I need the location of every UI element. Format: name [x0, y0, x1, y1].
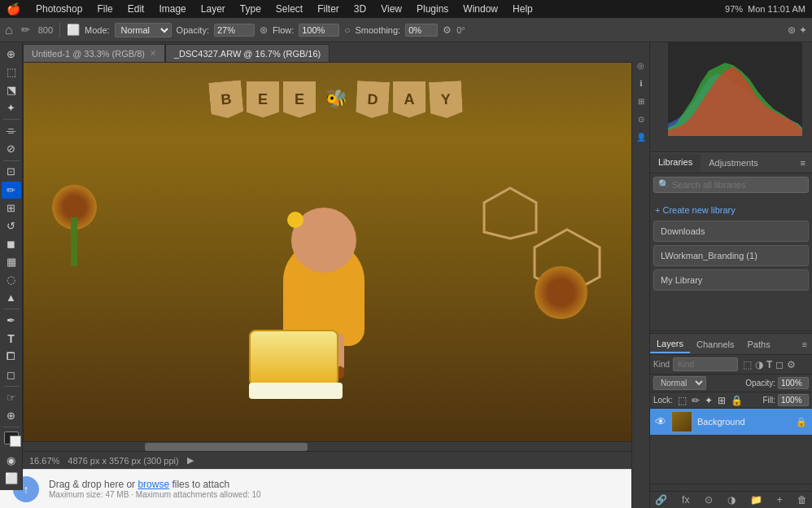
- filter-adj-icon[interactable]: ◑: [755, 359, 763, 370]
- fx-icon[interactable]: fx: [682, 494, 689, 506]
- size-value[interactable]: 800: [38, 25, 53, 35]
- history-brush-button[interactable]: ↺: [2, 217, 21, 234]
- tab-untitled[interactable]: Untitled-1 @ 33.3% (RGB/8) ✕: [23, 44, 165, 62]
- filter-shape-icon[interactable]: ◻: [775, 359, 784, 370]
- menu-window[interactable]: Window: [457, 2, 504, 16]
- library-item-downloads[interactable]: Downloads: [653, 221, 809, 242]
- menu-filter[interactable]: Filter: [312, 2, 345, 16]
- scrollbar-thumb[interactable]: [145, 443, 308, 451]
- flow-input[interactable]: [299, 24, 339, 37]
- menu-file[interactable]: File: [91, 2, 118, 16]
- panel-icon-libraries[interactable]: ⊞: [633, 93, 649, 109]
- mode-select[interactable]: Normal: [115, 23, 172, 37]
- type-tool-button[interactable]: T: [2, 330, 21, 347]
- menu-type[interactable]: Type: [234, 2, 267, 16]
- blend-mode-select[interactable]: Normal: [653, 376, 706, 390]
- lock-transparent-icon[interactable]: ⬚: [678, 395, 687, 406]
- library-item-my-library[interactable]: My Library: [653, 269, 809, 291]
- blur-tool-button[interactable]: ◌: [2, 271, 21, 288]
- create-new-library-button[interactable]: + Create new library: [653, 203, 809, 217]
- add-mask-icon[interactable]: ⊙: [705, 494, 713, 506]
- tab-dsc-label: _DSC4327.ARW @ 16.7% (RGB/16): [174, 49, 321, 59]
- healing-brush-button[interactable]: ⊡: [2, 163, 21, 180]
- lock-all-icon[interactable]: 🔒: [731, 395, 743, 406]
- menu-layer[interactable]: Layer: [195, 2, 231, 16]
- settings-icon[interactable]: ⚙: [443, 24, 452, 36]
- libraries-search-input[interactable]: [653, 177, 809, 193]
- eyedropper-button[interactable]: ⊘: [2, 140, 21, 157]
- new-layer-icon[interactable]: +: [777, 494, 783, 506]
- panel-icon-person[interactable]: 👤: [633, 129, 649, 145]
- lasso-tool-button[interactable]: ⬔: [2, 81, 21, 99]
- tab-untitled-close[interactable]: ✕: [150, 49, 156, 58]
- library-item-lworkman[interactable]: LWorkman_Branding (1): [653, 245, 809, 266]
- panel-icon-info[interactable]: ℹ: [633, 75, 649, 91]
- filter-pixel-icon[interactable]: ⬚: [743, 359, 752, 370]
- pressure-brush-icon[interactable]: ✦: [799, 24, 807, 36]
- hand-tool-button[interactable]: ☞: [2, 388, 21, 405]
- eraser-tool-button[interactable]: ◼: [2, 235, 21, 252]
- pressure-icon[interactable]: ⊛: [260, 24, 268, 36]
- opacity-input[interactable]: [214, 24, 255, 37]
- dodge-tool-button[interactable]: ▲: [2, 289, 21, 306]
- layers-panel-menu-icon[interactable]: ≡: [797, 336, 812, 353]
- lock-position-icon[interactable]: ✦: [705, 395, 713, 406]
- lock-artboard-icon[interactable]: ⊞: [718, 395, 726, 406]
- menu-edit[interactable]: Edit: [122, 2, 151, 16]
- layer-visibility-icon[interactable]: 👁: [655, 415, 666, 428]
- opacity-label: Opacity:: [177, 25, 209, 35]
- fill-input[interactable]: [778, 394, 809, 406]
- adjustment-layer-icon[interactable]: ◑: [727, 494, 736, 506]
- menu-help[interactable]: Help: [507, 2, 539, 16]
- quick-mask-button[interactable]: ◉: [2, 452, 21, 469]
- tab-paths[interactable]: Paths: [741, 336, 777, 353]
- pen-tool-button[interactable]: ✒: [2, 312, 21, 329]
- tab-dsc[interactable]: _DSC4327.ARW @ 16.7% (RGB/16): [165, 44, 330, 62]
- foreground-color-swatch[interactable]: [4, 431, 19, 444]
- scrollbar-track: [23, 442, 649, 451]
- libraries-menu-icon[interactable]: ≡: [794, 155, 812, 171]
- screen-mode-button[interactable]: ⬜: [2, 470, 21, 487]
- menu-select[interactable]: Select: [270, 2, 308, 16]
- canvas-scrollbar[interactable]: [23, 441, 649, 451]
- menu-image[interactable]: Image: [153, 2, 191, 16]
- menu-plugins[interactable]: Plugins: [411, 2, 454, 16]
- layer-background-row[interactable]: 👁 Background 🔒: [650, 409, 812, 435]
- smoothing-input[interactable]: [405, 24, 438, 37]
- filter-smart-icon[interactable]: ⚙: [787, 359, 796, 370]
- banner-e2: E: [283, 81, 316, 118]
- filter-type-icon[interactable]: T: [766, 359, 772, 370]
- selection-tool-button[interactable]: ⬚: [2, 64, 21, 81]
- canvas-area[interactable]: B E E 🐝 D A Y: [23, 62, 649, 461]
- apple-logo-icon: 🍎: [7, 2, 20, 15]
- zoom-tool-button[interactable]: ⊕: [2, 407, 21, 424]
- brush-options-icon[interactable]: ✏: [21, 24, 30, 36]
- tab-layers[interactable]: Layers: [650, 335, 690, 353]
- magic-wand-button[interactable]: ✦: [2, 99, 21, 116]
- crop-tool-button[interactable]: ⌯: [2, 122, 21, 139]
- path-selection-button[interactable]: ⧠: [2, 348, 21, 365]
- layers-panel: Layers Channels Paths ≡ Kind ⬚ ◑ T ◻ ⚙ N…: [650, 333, 812, 508]
- stamp-tool-button[interactable]: ⊞: [2, 199, 21, 217]
- symmetry-icon[interactable]: ⊛: [788, 24, 796, 36]
- lock-image-icon[interactable]: ✏: [692, 395, 700, 406]
- airbrush-icon[interactable]: ○: [344, 24, 350, 36]
- menu-photoshop[interactable]: Photoshop: [30, 2, 88, 16]
- panel-icon-adjustments[interactable]: ⊙: [633, 111, 649, 127]
- gradient-tool-button[interactable]: ▦: [2, 253, 21, 270]
- menu-view[interactable]: View: [375, 2, 408, 16]
- delete-layer-icon[interactable]: 🗑: [797, 494, 807, 506]
- brush-tool-button[interactable]: ✏: [2, 182, 21, 199]
- layer-kind-input[interactable]: [673, 357, 738, 371]
- tab-libraries[interactable]: Libraries: [650, 154, 701, 172]
- browse-link[interactable]: browse: [138, 479, 169, 490]
- group-icon[interactable]: 📁: [750, 494, 762, 506]
- tab-adjustments[interactable]: Adjustments: [701, 155, 766, 171]
- opacity-input[interactable]: [778, 377, 809, 389]
- status-nav-arrow[interactable]: ▶: [187, 455, 194, 466]
- link-layers-icon[interactable]: 🔗: [655, 494, 667, 506]
- tab-channels[interactable]: Channels: [690, 336, 740, 353]
- shape-tool-button[interactable]: ◻: [2, 366, 21, 383]
- move-tool-button[interactable]: ⊕: [2, 46, 21, 63]
- menu-3d[interactable]: 3D: [348, 2, 372, 16]
